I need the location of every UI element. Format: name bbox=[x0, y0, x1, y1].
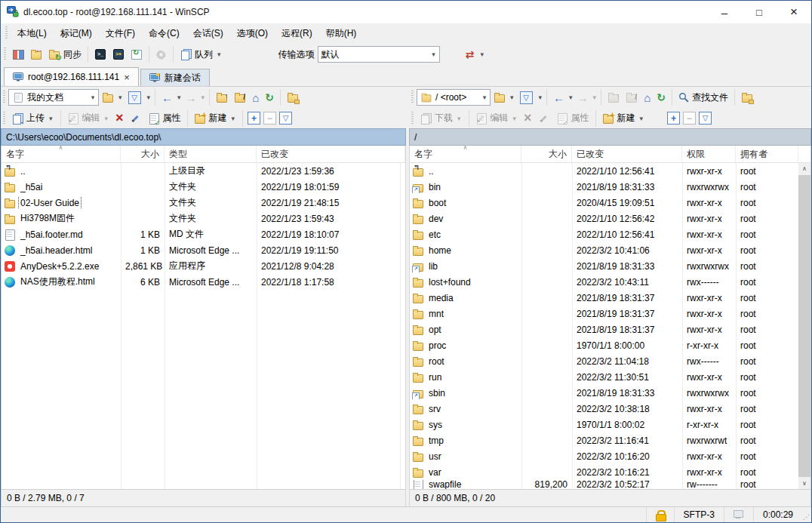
remote-path-bar[interactable]: / bbox=[409, 128, 811, 146]
remote-properties-button[interactable]: ✓属性 bbox=[553, 109, 592, 127]
table-row[interactable]: usr 2022/3/2 10:16:20 rwxr-xr-x root bbox=[410, 448, 798, 464]
chevron-down-icon[interactable] bbox=[48, 115, 54, 122]
chevron-down-icon[interactable] bbox=[592, 94, 598, 101]
local-edit-button[interactable]: 编辑 bbox=[64, 109, 113, 127]
table-row[interactable]: NAS使用教程.html 6 KB Microsoft Edge ... 202… bbox=[2, 274, 405, 290]
table-row[interactable]: run 2022/3/2 11:30:51 rwxr-xr-x root bbox=[410, 369, 798, 385]
local-path-bar[interactable]: C:\Users\ecoo\Documents\dl.ecoo.top\ bbox=[1, 128, 406, 146]
column-header-modified[interactable]: 已改变 bbox=[257, 146, 405, 162]
scroll-up-icon[interactable] bbox=[798, 163, 810, 174]
table-row[interactable]: dev 2022/1/10 12:56:42 rwxr-xr-x root bbox=[410, 211, 798, 226]
remote-back-button[interactable] bbox=[550, 89, 567, 106]
local-rename-button[interactable] bbox=[127, 110, 145, 127]
remote-delete-button[interactable] bbox=[521, 110, 535, 127]
synchronize-button[interactable]: ↻同步 bbox=[45, 46, 85, 63]
chevron-down-icon[interactable] bbox=[512, 115, 518, 122]
table-row[interactable]: .. 2022/1/10 12:56:41 rwxr-xr-x root bbox=[410, 163, 798, 179]
local-parent-directory-button[interactable]: ↑ bbox=[213, 89, 231, 106]
menu-file[interactable]: 文件(F) bbox=[99, 24, 142, 43]
local-follow-symlinks-button[interactable] bbox=[284, 89, 302, 106]
chevron-down-icon[interactable] bbox=[509, 94, 515, 101]
column-header-size[interactable]: 大小 bbox=[521, 146, 572, 162]
tab-session-active[interactable]: root@192.168.111.141 bbox=[4, 67, 139, 86]
table-row[interactable]: proc 1970/1/1 8:00:00 r-xr-xr-x root bbox=[410, 337, 798, 353]
chevron-down-icon[interactable] bbox=[479, 51, 486, 58]
local-delete-button[interactable] bbox=[112, 110, 127, 127]
menu-commands[interactable]: 命令(C) bbox=[142, 24, 186, 43]
table-row[interactable]: sys 1970/1/1 8:00:02 r-xr-xr-x root bbox=[410, 417, 798, 432]
remote-new-button[interactable]: +新建 bbox=[599, 109, 648, 127]
column-header-modified[interactable]: 已改变 bbox=[572, 146, 682, 162]
table-row[interactable]: _h5ai.header.html 1 KB Microsoft Edge ..… bbox=[2, 242, 405, 258]
open-terminal-button[interactable] bbox=[91, 46, 109, 63]
chevron-down-icon[interactable] bbox=[200, 94, 207, 101]
local-open-directory-button[interactable] bbox=[99, 89, 117, 106]
local-back-button[interactable] bbox=[158, 89, 176, 106]
table-row[interactable]: opt 2021/8/19 18:31:37 rwxr-xr-x root bbox=[410, 321, 798, 337]
download-button[interactable]: ←下载 bbox=[417, 109, 466, 127]
unselect-files-button[interactable] bbox=[683, 112, 696, 125]
compare-directories-button[interactable] bbox=[9, 46, 27, 63]
chevron-down-icon[interactable] bbox=[479, 94, 490, 101]
local-filter-button[interactable] bbox=[124, 89, 146, 106]
maximize-button[interactable] bbox=[742, 1, 777, 23]
column-header-size[interactable]: 大小 bbox=[121, 146, 165, 162]
table-row[interactable]: bin 2021/8/19 18:31:33 rwxrwxrwx root bbox=[410, 179, 798, 195]
local-properties-button[interactable]: ✓属性 bbox=[145, 109, 184, 127]
chevron-down-icon[interactable] bbox=[216, 51, 223, 58]
chevron-down-icon[interactable] bbox=[567, 94, 574, 101]
chevron-down-icon[interactable] bbox=[146, 94, 152, 101]
menu-session[interactable]: 会话(S) bbox=[186, 24, 230, 43]
table-row[interactable]: .. 上级目录 2022/1/23 1:59:36 bbox=[2, 163, 405, 179]
remote-directory-combobox[interactable]: / <root> bbox=[417, 89, 491, 106]
queue-button[interactable]: 队列 bbox=[177, 46, 226, 63]
menu-remote[interactable]: 远程(R) bbox=[275, 24, 319, 43]
table-row[interactable]: home 2022/3/2 10:41:06 rwxr-xr-x root bbox=[410, 242, 798, 258]
chevron-down-icon[interactable] bbox=[230, 115, 237, 122]
column-header-type[interactable]: 类型 bbox=[165, 146, 257, 162]
table-row[interactable]: boot 2020/4/15 19:09:51 rwxr-xr-x root bbox=[410, 195, 798, 211]
column-header-name[interactable]: 名字 bbox=[410, 146, 521, 162]
chevron-down-icon[interactable] bbox=[429, 51, 439, 58]
remote-follow-symlinks-button[interactable] bbox=[738, 89, 756, 106]
table-row[interactable]: var 2022/3/2 10:16:21 rwxr-xr-x root bbox=[410, 464, 798, 480]
transfer-settings-button[interactable] bbox=[461, 46, 489, 63]
table-row[interactable]: tmp 2022/3/2 11:16:41 rwxrwxrwt root bbox=[410, 432, 798, 448]
tab-new-session[interactable]: 新建会话 bbox=[140, 69, 210, 86]
remote-root-directory-button[interactable]: / bbox=[623, 89, 641, 106]
refresh-session-button[interactable] bbox=[128, 46, 146, 63]
resize-grip[interactable] bbox=[802, 507, 811, 522]
selection-filter-button[interactable] bbox=[279, 112, 292, 125]
chevron-down-icon[interactable] bbox=[638, 115, 645, 122]
select-files-button[interactable] bbox=[248, 112, 260, 125]
local-forward-button[interactable] bbox=[183, 89, 200, 106]
chevron-down-icon[interactable] bbox=[103, 115, 110, 122]
remote-open-directory-button[interactable] bbox=[491, 89, 509, 106]
remote-parent-directory-button[interactable]: ↑ bbox=[604, 89, 623, 106]
vertical-scrollbar[interactable] bbox=[798, 163, 810, 489]
upload-button[interactable]: →上传 bbox=[8, 109, 57, 127]
table-row[interactable]: srv 2022/3/2 10:38:18 rwxr-xr-x root bbox=[410, 401, 798, 417]
unselect-files-button[interactable] bbox=[263, 112, 276, 125]
connection-status[interactable] bbox=[724, 507, 753, 522]
local-new-button[interactable]: +新建 bbox=[191, 109, 240, 127]
table-row[interactable]: mnt 2021/8/19 18:31:37 rwxr-xr-x root bbox=[410, 306, 798, 321]
table-row[interactable]: root 2022/3/2 11:04:18 rwx------ root bbox=[410, 353, 798, 369]
remote-filter-button[interactable] bbox=[515, 89, 537, 106]
menu-local[interactable]: 本地(L) bbox=[11, 24, 54, 43]
local-home-directory-button[interactable] bbox=[249, 89, 262, 106]
chevron-down-icon[interactable] bbox=[537, 94, 544, 101]
transfer-preset-combobox[interactable]: 默认 bbox=[318, 46, 440, 63]
remote-rename-button[interactable] bbox=[535, 110, 553, 127]
local-directory-combobox[interactable]: 我的文档 bbox=[8, 89, 99, 106]
menu-help[interactable]: 帮助(H) bbox=[319, 24, 364, 43]
table-row[interactable]: _h5ai.footer.md 1 KB MD 文件 2022/1/19 18:… bbox=[2, 226, 405, 242]
column-header-permissions[interactable]: 权限 bbox=[682, 146, 736, 162]
protocol-status[interactable]: SFTP-3 bbox=[674, 507, 724, 522]
minimize-button[interactable] bbox=[707, 1, 742, 23]
open-console-button[interactable] bbox=[109, 46, 128, 63]
tab-close-icon[interactable] bbox=[124, 72, 130, 83]
close-button[interactable] bbox=[777, 1, 811, 23]
local-root-directory-button[interactable]: / bbox=[231, 89, 249, 106]
table-row[interactable]: sbin 2021/8/19 18:31:33 rwxrwxrwx root bbox=[410, 385, 798, 401]
